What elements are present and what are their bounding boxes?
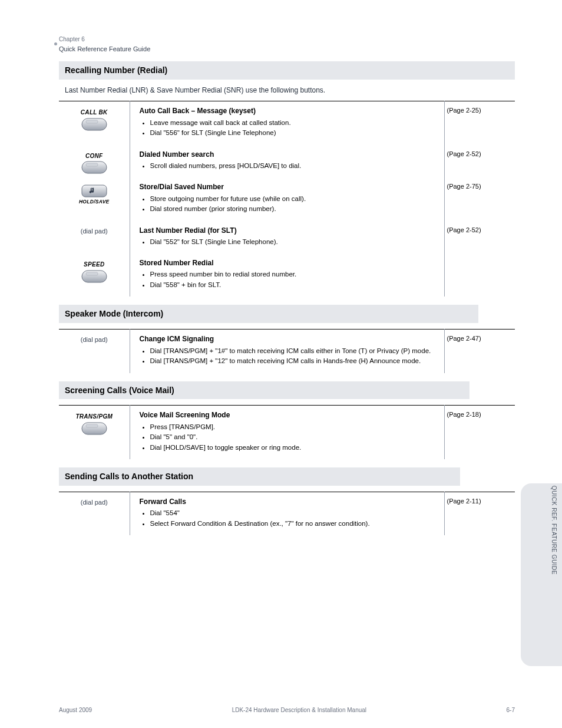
feature-step: Select Forward Condition & Destination (…: [150, 519, 438, 529]
feature-step: Leave message wait call back at called s…: [150, 118, 438, 128]
button-label: SPEED: [81, 261, 107, 269]
page-ref-link[interactable]: (Page 2-18): [447, 411, 481, 418]
svg-rect-8: [86, 424, 98, 427]
feature-step: Store outgoing number for future use (wh…: [150, 195, 438, 204]
page-ref-link[interactable]: (Page 2-11): [447, 498, 481, 505]
feature-step: Dial [HOLD/SAVE] to toggle speaker or ri…: [150, 443, 438, 453]
button-sublabel: HOLD/SAVE: [79, 199, 110, 205]
table-row: CONF Dialed Number search Scroll dialed …: [59, 145, 515, 178]
svg-rect-6: [86, 272, 98, 275]
table-row: CALL BK Auto Call Back – Message (keyset…: [59, 101, 515, 145]
feature-step: Dial "552" for SLT (Single Line Telephon…: [150, 238, 438, 247]
dial-pad-label-2: (dial pad): [62, 335, 126, 344]
feature-title: Store/Dial Saved Number: [140, 182, 438, 192]
feature-title: Forward Calls: [140, 497, 438, 506]
page-ref-link[interactable]: (Page 2-47): [447, 335, 481, 342]
page-ref-link[interactable]: (Page 2-52): [447, 226, 481, 233]
side-tab: QUICK REF. FEATURE GUIDE: [521, 483, 562, 666]
feature-table: TRANS/PGM Voice Mail Screening Mode Pres…: [59, 405, 515, 459]
table-row: HOLD/SAVE Store/Dial Saved Number Store …: [59, 177, 515, 220]
speed-button: SPEED: [81, 261, 107, 283]
chapter-title: Quick Reference Feature Guide: [59, 45, 515, 54]
table-row: (dial pad) Last Number Redial (for SLT) …: [59, 221, 515, 254]
section-heading: Recalling Number (Redial): [59, 61, 515, 80]
table-row: TRANS/PGM Voice Mail Screening Mode Pres…: [59, 406, 515, 459]
conf-button: CONF: [81, 152, 107, 174]
feature-table: CALL BK Auto Call Back – Message (keyset…: [59, 101, 515, 297]
feature-table: (dial pad) Forward Calls Dial "554"Selec…: [59, 492, 515, 535]
call-back-button: CALL BK: [81, 108, 108, 131]
page-ref-link[interactable]: (Page 2-75): [447, 183, 481, 190]
section-heading: Speaker Mode (Intercom): [59, 305, 478, 323]
button-label: CALL BK: [81, 108, 108, 117]
page-ref-link[interactable]: (Page 2-52): [447, 150, 481, 157]
svg-rect-4: [82, 185, 107, 197]
page-ref-link[interactable]: (Page 2-25): [447, 107, 481, 114]
table-row: SPEED Stored Number Redial Press speed n…: [59, 253, 515, 297]
feature-title: Voice Mail Screening Mode: [140, 410, 438, 420]
side-tab-label: QUICK REF. FEATURE GUIDE: [550, 486, 558, 575]
feature-title: Stored Number Redial: [140, 258, 438, 268]
button-label: TRANS/PGM: [75, 413, 113, 421]
section-heading: Sending Calls to Another Station: [59, 467, 460, 486]
svg-rect-1: [86, 120, 98, 123]
footer-date: August 2009: [59, 706, 92, 714]
feature-step: Dial "554": [150, 509, 438, 518]
section-heading: Screening Calls (Voice Mail): [59, 381, 470, 400]
feature-step: Press speed number bin to redial stored …: [150, 270, 438, 279]
page-footer: August 2009 LDK-24 Hardware Description …: [59, 706, 515, 714]
hold-save-button: HOLD/SAVE: [79, 183, 110, 206]
feature-title: Last Number Redial (for SLT): [140, 226, 438, 235]
feature-step: Scroll dialed numbers, press [HOLD/SAVE]…: [150, 162, 438, 171]
chapter-label: Chapter 6: [59, 35, 515, 44]
trans-pgm-button: TRANS/PGM: [75, 413, 113, 435]
table-row: (dial pad) Change ICM Signaling Dial [TR…: [59, 330, 515, 373]
feature-table: (dial pad) Change ICM Signaling Dial [TR…: [59, 329, 515, 373]
feature-step: Dial [TRANS/PGM] + "12" to match receivi…: [150, 357, 438, 366]
feature-step: Press [TRANS/PGM].: [150, 423, 438, 432]
button-label: CONF: [81, 152, 107, 160]
feature-step: Dial "556" for SLT (Single Line Telephon…: [150, 129, 438, 138]
feature-step: Dial stored number (prior storing number…: [150, 205, 438, 214]
dial-pad-label: (dial pad): [62, 227, 126, 236]
dial-pad-label-3: (dial pad): [62, 498, 126, 507]
feature-step: Dial "5" and "0".: [150, 433, 438, 442]
decorative-bullet: [54, 42, 57, 45]
feature-title: Auto Call Back – Message (keyset): [140, 106, 438, 116]
table-row: (dial pad) Forward Calls Dial "554"Selec…: [59, 492, 515, 536]
footer-page: 6-7: [507, 706, 515, 714]
feature-step: Dial "558" + bin for SLT.: [150, 281, 438, 290]
feature-title: Change ICM Signaling: [140, 334, 438, 344]
footer-title: LDK-24 Hardware Description & Installati…: [232, 706, 366, 714]
section-description: Last Number Redial (LNR) & Save Number R…: [65, 85, 477, 95]
feature-step: Dial [TRANS/PGM] + "1#" to match receivi…: [150, 347, 438, 356]
feature-title: Dialed Number search: [140, 150, 438, 159]
svg-rect-3: [86, 163, 98, 166]
